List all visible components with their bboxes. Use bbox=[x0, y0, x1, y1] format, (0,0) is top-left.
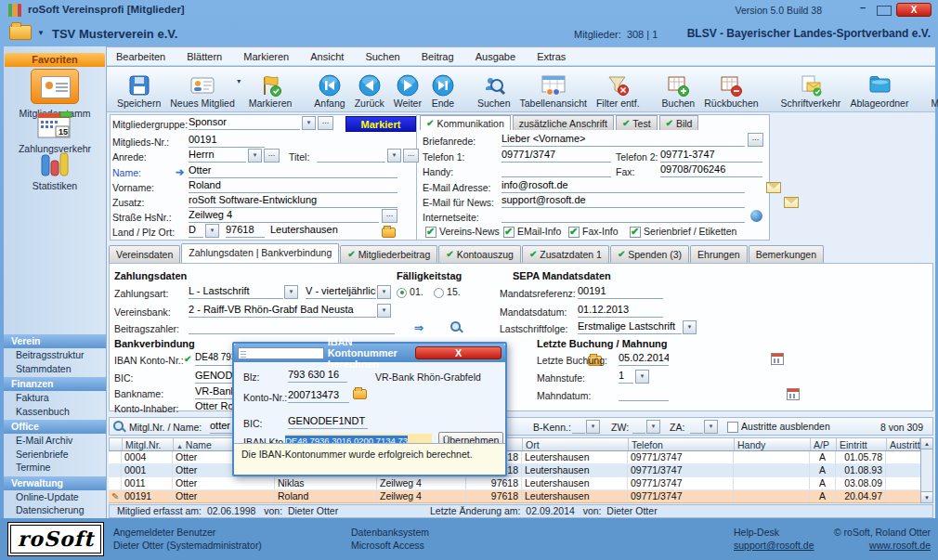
sidebar-item-zahlungsverkehr[interactable]: 15 Zahlungsverkehr bbox=[4, 111, 106, 154]
tab-bemerkungen[interactable]: Bemerkungen bbox=[749, 245, 824, 263]
tab-kommunikation[interactable]: ✔Kommunikation bbox=[420, 115, 511, 130]
strasse-ellipsis-button[interactable]: ... bbox=[382, 209, 397, 223]
sidebar-item-datensicherung[interactable]: Datensicherung bbox=[4, 503, 106, 517]
dlg-blz-folder-icon[interactable] bbox=[353, 389, 367, 399]
new-member-button[interactable]: Neues Mitglied bbox=[165, 73, 239, 109]
vereinsbank-dropdown-button[interactable]: ▼ bbox=[377, 304, 391, 318]
fax-info-checkbox[interactable]: Fax-Info bbox=[568, 226, 619, 238]
fax-field[interactable]: 09708/706246 bbox=[660, 163, 762, 177]
briefanrede-ellipsis-button[interactable]: ... bbox=[748, 133, 763, 147]
mandatsdatum-field[interactable]: 01.12.2013 bbox=[578, 304, 663, 318]
strasse-field[interactable]: Zeilweg 4 bbox=[189, 209, 379, 223]
search-button[interactable]: Suchen bbox=[473, 73, 515, 109]
zusatz-field[interactable]: roSoft Software-Entwicklung bbox=[189, 194, 397, 208]
col-telefon[interactable]: Telefon bbox=[629, 438, 735, 450]
gruppe-ellipsis-button[interactable]: ... bbox=[318, 116, 333, 130]
bkenn-dropdown-button[interactable]: ▼ bbox=[586, 420, 600, 434]
globe-icon[interactable] bbox=[750, 210, 762, 222]
beitragszahler-field[interactable] bbox=[189, 320, 395, 334]
beitragszahler-search-icon[interactable] bbox=[450, 321, 463, 334]
zw-dropdown-button[interactable]: ▼ bbox=[646, 420, 660, 434]
menu-suchen[interactable]: Suchen bbox=[356, 48, 409, 62]
intervall-dropdown-button[interactable]: ▼ bbox=[377, 285, 391, 299]
faellig-radio-15[interactable]: 15. bbox=[434, 286, 461, 298]
tab-zahlungsdaten[interactable]: Zahlungsdaten | Bankverbindung bbox=[181, 243, 339, 263]
col-eintritt[interactable]: Eintritt bbox=[837, 438, 887, 450]
table-row-selected[interactable]: ✎ 00191 Otter Roland Zeilweg 4 97618 Leu… bbox=[109, 490, 920, 503]
correspondence-button[interactable]: Schriftverkehr bbox=[776, 73, 846, 109]
lastschriftfolge-field[interactable]: Erstmalige Lastschrift bbox=[578, 320, 682, 334]
email-info-checkbox[interactable]: EMail-Info bbox=[503, 226, 561, 238]
intervall-field[interactable]: V - vierteljährlich bbox=[306, 285, 376, 299]
gruppe-dropdown-button[interactable]: ▼ bbox=[302, 116, 316, 130]
vorname-field[interactable]: Roland bbox=[189, 179, 397, 193]
za-dropdown-button[interactable]: ▼ bbox=[704, 420, 718, 434]
new-member-dropdown-icon[interactable]: ▼ bbox=[236, 78, 242, 85]
news-email-icon[interactable] bbox=[784, 197, 799, 208]
serienbrief-checkbox[interactable]: Serienbrief / Etiketten bbox=[630, 226, 736, 238]
email-icon[interactable] bbox=[766, 182, 781, 193]
sidebar-item-termine[interactable]: Termine bbox=[4, 461, 106, 475]
scroll-down-icon[interactable]: ▼ bbox=[921, 491, 932, 502]
col-handy[interactable]: Handy bbox=[735, 438, 811, 450]
member-list-button[interactable]: Mitgliederliste bbox=[926, 73, 938, 109]
briefanrede-field[interactable]: Lieber <Vorname> bbox=[502, 133, 745, 147]
last-record-button[interactable]: Ende bbox=[426, 73, 460, 109]
tab-test[interactable]: ✔Test bbox=[616, 115, 658, 130]
sidebar-item-faktura[interactable]: Faktura bbox=[4, 391, 106, 405]
tab-spenden[interactable]: ✔Spenden (3) bbox=[610, 245, 689, 263]
zahlungsart-dropdown-button[interactable]: ▼ bbox=[284, 285, 298, 299]
lastschriftfolge-dropdown-button[interactable]: ▼ bbox=[683, 320, 697, 334]
sidebar-item-online-update[interactable]: Online-Update bbox=[4, 490, 106, 504]
first-record-button[interactable]: Anfang bbox=[309, 73, 349, 109]
mahndatum-field[interactable] bbox=[619, 387, 669, 401]
austritte-checkbox[interactable]: Austritte ausblenden bbox=[727, 421, 830, 433]
tab-zusaetzliche-anschrift[interactable]: zusätzliche Anschrift bbox=[513, 115, 614, 130]
beitragszahler-goto-icon[interactable]: ⇒ bbox=[414, 321, 423, 334]
book-button[interactable]: Buchen bbox=[658, 73, 700, 109]
ort-folder-icon[interactable] bbox=[382, 228, 396, 238]
faellig-radio-01[interactable]: 01. bbox=[397, 286, 423, 298]
mahndatum-calendar-icon[interactable] bbox=[787, 388, 800, 400]
sidebar-item-email-archiv[interactable]: E-Mail Archiv bbox=[4, 434, 106, 448]
tab-mitgliederbeitrag[interactable]: ✔Mitgliederbeitrag bbox=[340, 245, 437, 263]
col-austritt[interactable]: Austritt bbox=[887, 438, 921, 450]
tab-bild[interactable]: ✔Bild bbox=[659, 115, 699, 130]
menu-ausgabe[interactable]: Ausgabe bbox=[466, 48, 525, 62]
footer-help-link[interactable]: support@rosoft.de bbox=[734, 539, 814, 552]
name-field[interactable]: Otter bbox=[189, 164, 397, 178]
mahnstufe-field[interactable]: 1 bbox=[619, 370, 633, 384]
table-scrollbar[interactable]: ▲ ▼ bbox=[920, 437, 933, 503]
club-dropdown-icon[interactable]: ▼ bbox=[37, 29, 45, 37]
zw-field[interactable] bbox=[632, 420, 645, 434]
nr-field[interactable]: 00191 bbox=[189, 134, 265, 148]
tab-ehrungen[interactable]: Ehrungen bbox=[690, 245, 748, 263]
land-dropdown-button[interactable]: ▼ bbox=[205, 224, 219, 238]
menu-markieren[interactable]: Markieren bbox=[234, 48, 298, 62]
table-row[interactable]: 0004 Otter 97618 Leutershausen 09771/374… bbox=[109, 451, 920, 464]
dlg-blz-field[interactable]: 793 630 16 bbox=[288, 369, 347, 383]
sidebar-item-stammdaten[interactable]: Stammdaten bbox=[4, 362, 106, 376]
za-field[interactable] bbox=[690, 420, 703, 434]
minimize-button[interactable]: – bbox=[853, 3, 872, 17]
menu-extras[interactable]: Extras bbox=[528, 48, 575, 62]
vereinsnews-checkbox[interactable]: Vereins-News bbox=[425, 226, 500, 238]
menu-ansicht[interactable]: Ansicht bbox=[301, 48, 353, 62]
mark-button[interactable]: Markieren bbox=[244, 73, 297, 109]
internet-field[interactable] bbox=[502, 209, 745, 223]
table-row[interactable]: 0001 Otter 97618 Leutershausen 09771/374… bbox=[109, 464, 920, 477]
menu-blaettern[interactable]: Blättern bbox=[177, 48, 231, 62]
table-row[interactable]: 0011 Otter Niklas Zeilweg 4 97618 Leuter… bbox=[109, 477, 920, 490]
table-view-button[interactable]: Tabellenansicht bbox=[515, 73, 592, 109]
sidebar-item-statistiken[interactable]: Statistiken bbox=[4, 150, 106, 191]
zahlungsart-field[interactable]: L - Lastschrift bbox=[189, 285, 283, 299]
dialog-close-button[interactable]: X bbox=[415, 346, 502, 359]
anrede-field[interactable]: Herrn bbox=[189, 149, 246, 163]
plz-field[interactable]: 97618 bbox=[226, 224, 265, 238]
menu-beitrag[interactable]: Beitrag bbox=[412, 48, 463, 62]
mahnstufe-dropdown-button[interactable]: ▼ bbox=[635, 370, 649, 384]
menu-bearbeiten[interactable]: Bearbeiten bbox=[107, 48, 175, 62]
letzte-buchung-calendar-icon[interactable] bbox=[771, 353, 784, 365]
close-button[interactable]: X bbox=[896, 3, 931, 17]
handy-field[interactable] bbox=[502, 163, 611, 177]
